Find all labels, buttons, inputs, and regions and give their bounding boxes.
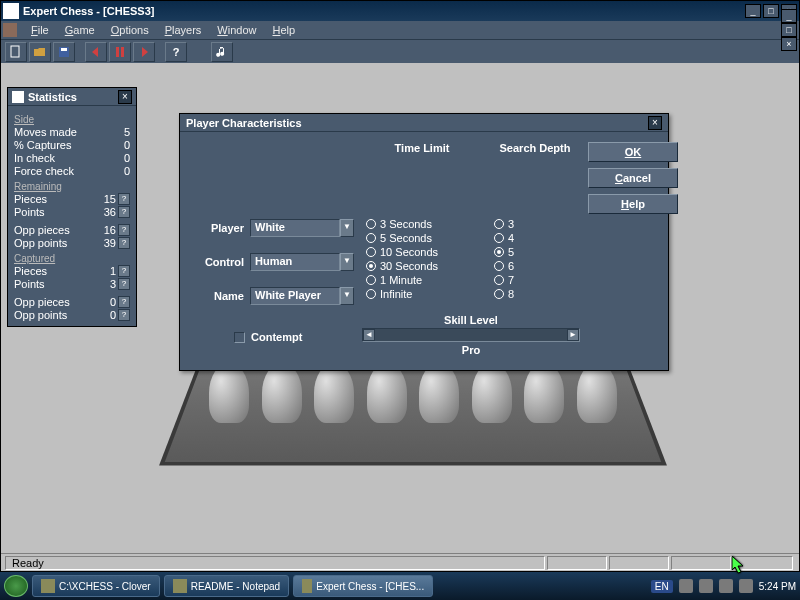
stat-label: Opp pieces bbox=[14, 224, 70, 236]
timelimit-option[interactable]: 5 Seconds bbox=[366, 232, 482, 244]
help-icon[interactable]: ? bbox=[118, 309, 130, 321]
tray-icon[interactable] bbox=[699, 579, 713, 593]
searchdepth-option[interactable]: 8 bbox=[494, 288, 580, 300]
taskbar-button[interactable]: Expert Chess - [CHES... bbox=[293, 575, 433, 597]
timelimit-option[interactable]: 10 Seconds bbox=[366, 246, 482, 258]
help-button[interactable]: ? bbox=[165, 42, 187, 62]
taskbar-label: Expert Chess - [CHES... bbox=[316, 581, 424, 592]
new-button[interactable] bbox=[5, 42, 27, 62]
stat-value: 5 bbox=[124, 126, 130, 138]
help-icon[interactable]: ? bbox=[118, 265, 130, 277]
app-icon bbox=[302, 579, 312, 593]
menu-help[interactable]: Help bbox=[266, 22, 301, 38]
stat-row: Pieces15? bbox=[14, 193, 130, 205]
stat-value: 16 bbox=[104, 224, 116, 236]
start-button[interactable] bbox=[4, 575, 28, 597]
timelimit-option-label: Infinite bbox=[380, 288, 412, 300]
control-combo[interactable]: Human ▼ bbox=[250, 253, 354, 271]
help-icon[interactable]: ? bbox=[118, 278, 130, 290]
dialog-close-button[interactable]: × bbox=[648, 116, 662, 130]
taskbar-button[interactable]: README - Notepad bbox=[164, 575, 289, 597]
stat-label: Points bbox=[14, 278, 45, 290]
timelimit-option-label: 1 Minute bbox=[380, 274, 422, 286]
cancel-button[interactable]: Cancel bbox=[588, 168, 678, 188]
searchdepth-option[interactable]: 4 bbox=[494, 232, 580, 244]
help-icon[interactable]: ? bbox=[118, 193, 130, 205]
stat-label: Moves made bbox=[14, 126, 77, 138]
system-tray: EN 5:24 PM bbox=[651, 579, 796, 593]
dialog-titlebar[interactable]: Player Characteristics × bbox=[180, 114, 668, 132]
stat-value: 0 bbox=[124, 139, 130, 151]
stat-row: Force check0 bbox=[14, 165, 130, 177]
mdi-close-button[interactable]: × bbox=[781, 37, 797, 51]
menu-options[interactable]: Options bbox=[105, 22, 155, 38]
stat-label: Opp pieces bbox=[14, 296, 70, 308]
player-characteristics-dialog: Player Characteristics × Time Limit Sear… bbox=[179, 113, 669, 371]
skill-label: Skill Level bbox=[362, 314, 580, 326]
searchdepth-option[interactable]: 7 bbox=[494, 274, 580, 286]
taskbar: C:\XCHESS - CloverREADME - NotepadExpert… bbox=[0, 572, 800, 600]
stat-row: Pieces1? bbox=[14, 265, 130, 277]
tray-icon[interactable] bbox=[719, 579, 733, 593]
timelimit-option[interactable]: 30 Seconds bbox=[366, 260, 482, 272]
dropdown-arrow-icon[interactable]: ▼ bbox=[340, 219, 354, 237]
ok-button[interactable]: OK bbox=[588, 142, 678, 162]
minimize-button[interactable]: _ bbox=[745, 4, 761, 18]
timelimit-option[interactable]: Infinite bbox=[366, 288, 482, 300]
dialog-help-button[interactable]: Help bbox=[588, 194, 678, 214]
music-button[interactable] bbox=[211, 42, 233, 62]
statistics-panel: Statistics × Side Moves made5% Captures0… bbox=[7, 87, 137, 327]
app-icon bbox=[41, 579, 55, 593]
help-icon[interactable]: ? bbox=[118, 206, 130, 218]
radio-icon bbox=[494, 289, 504, 299]
dropdown-arrow-icon[interactable]: ▼ bbox=[340, 253, 354, 271]
save-button[interactable] bbox=[53, 42, 75, 62]
tray-icon[interactable] bbox=[739, 579, 753, 593]
open-button[interactable] bbox=[29, 42, 51, 62]
radio-icon bbox=[494, 233, 504, 243]
help-icon[interactable]: ? bbox=[118, 296, 130, 308]
searchdepth-option[interactable]: 5 bbox=[494, 246, 580, 258]
pause-button[interactable] bbox=[109, 42, 131, 62]
help-icon[interactable]: ? bbox=[118, 224, 130, 236]
mdi-minimize-button[interactable]: _ bbox=[781, 9, 797, 23]
skill-slider[interactable]: ◄ ► bbox=[362, 328, 580, 342]
searchdepth-option-label: 6 bbox=[508, 260, 514, 272]
player-combo[interactable]: White ▼ bbox=[250, 219, 354, 237]
tray-icon[interactable] bbox=[679, 579, 693, 593]
slider-left-icon[interactable]: ◄ bbox=[363, 329, 375, 341]
stat-label: Opp points bbox=[14, 237, 67, 249]
status-cell bbox=[609, 556, 669, 570]
menu-game[interactable]: Game bbox=[59, 22, 101, 38]
app-titlebar[interactable]: Expert Chess - [CHESS3] _ □ × bbox=[1, 1, 799, 21]
svg-rect-0 bbox=[11, 46, 19, 57]
maximize-button[interactable]: □ bbox=[763, 4, 779, 18]
searchdepth-option[interactable]: 3 bbox=[494, 218, 580, 230]
menu-file[interactable]: File bbox=[25, 22, 55, 38]
stat-row: Opp pieces16? bbox=[14, 224, 130, 236]
menu-window[interactable]: Window bbox=[211, 22, 262, 38]
stat-value: 36 bbox=[104, 206, 116, 218]
help-icon[interactable]: ? bbox=[118, 237, 130, 249]
language-indicator[interactable]: EN bbox=[651, 580, 673, 593]
dropdown-arrow-icon[interactable]: ▼ bbox=[340, 287, 354, 305]
back-button[interactable] bbox=[85, 42, 107, 62]
forward-button[interactable] bbox=[133, 42, 155, 62]
stat-label: % Captures bbox=[14, 139, 71, 151]
stat-row: Opp points0? bbox=[14, 309, 130, 321]
searchdepth-option[interactable]: 6 bbox=[494, 260, 580, 272]
name-combo[interactable]: White Player ▼ bbox=[250, 287, 354, 305]
svg-rect-3 bbox=[116, 47, 119, 57]
contempt-checkbox[interactable] bbox=[234, 332, 245, 343]
slider-right-icon[interactable]: ► bbox=[567, 329, 579, 341]
statistics-header[interactable]: Statistics × bbox=[8, 88, 136, 106]
timelimit-option[interactable]: 1 Minute bbox=[366, 274, 482, 286]
status-text: Ready bbox=[5, 556, 545, 570]
taskbar-button[interactable]: C:\XCHESS - Clover bbox=[32, 575, 160, 597]
mdi-maximize-button[interactable]: □ bbox=[781, 23, 797, 37]
clock[interactable]: 5:24 PM bbox=[759, 581, 796, 592]
app-icon bbox=[3, 3, 19, 19]
menu-players[interactable]: Players bbox=[159, 22, 208, 38]
timelimit-option[interactable]: 3 Seconds bbox=[366, 218, 482, 230]
statistics-close-button[interactable]: × bbox=[118, 90, 132, 104]
